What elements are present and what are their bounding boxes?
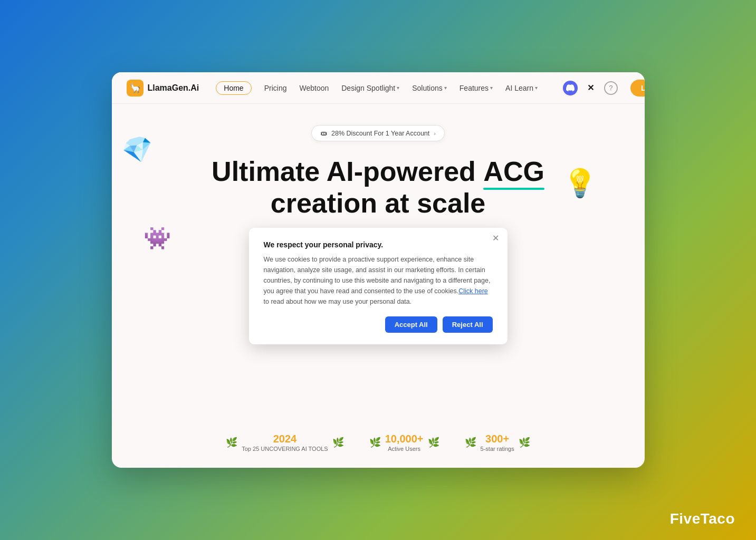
- cookie-body-text: We use cookies to provide a proactive su…: [264, 256, 491, 295]
- nav-ai-learn[interactable]: AI Learn ▾: [505, 84, 538, 92]
- chevron-down-icon: ▾: [397, 85, 399, 91]
- nav-home[interactable]: Home: [216, 81, 251, 95]
- cookie-modal: ✕ We respect your personal privacy. We u…: [249, 228, 508, 344]
- nav-pricing[interactable]: Pricing: [264, 84, 287, 92]
- cookie-actions: Accept All Reject All: [264, 316, 493, 333]
- fivetaco-watermark: FiveTaco: [670, 510, 735, 527]
- accept-all-button[interactable]: Accept All: [385, 316, 437, 333]
- logo-icon: 🦙: [127, 80, 143, 97]
- discord-icon[interactable]: [563, 81, 578, 95]
- nav-design-spotlight[interactable]: Design Spotlight ▾: [341, 84, 399, 92]
- x-twitter-icon[interactable]: ✕: [585, 82, 597, 94]
- cookie-link[interactable]: Click here: [458, 287, 488, 295]
- hero-section: 💎 💡 👾 🎟 28% Discount For 1 Year Account …: [112, 104, 645, 468]
- navbar: 🦙 LlamaGen.Ai Home Pricing Webtoon Desig…: [112, 72, 645, 104]
- logo-text: LlamaGen.Ai: [148, 83, 199, 93]
- nav-icons: ✕ ?: [563, 81, 618, 95]
- cookie-body: We use cookies to provide a proactive su…: [264, 254, 493, 307]
- cookie-close-button[interactable]: ✕: [492, 234, 499, 243]
- reject-all-button[interactable]: Reject All: [443, 316, 493, 333]
- cookie-modal-overlay: ✕ We respect your personal privacy. We u…: [112, 104, 645, 468]
- chat-icon[interactable]: ?: [604, 81, 618, 95]
- chevron-down-icon: ▾: [444, 85, 447, 91]
- main-window: 🦙 LlamaGen.Ai Home Pricing Webtoon Desig…: [112, 72, 645, 468]
- launch-app-button[interactable]: Launch app: [630, 80, 645, 97]
- nav-features[interactable]: Features ▾: [460, 84, 493, 92]
- chevron-down-icon: ▾: [490, 85, 493, 91]
- cookie-title: We respect your personal privacy.: [264, 240, 493, 249]
- chevron-down-icon: ▾: [535, 85, 538, 91]
- nav-webtoon[interactable]: Webtoon: [299, 84, 329, 92]
- logo-area[interactable]: 🦙 LlamaGen.Ai: [127, 80, 199, 97]
- nav-solutions[interactable]: Solutions ▾: [412, 84, 447, 92]
- cookie-link-suffix: to read about how we may use your person…: [264, 298, 412, 305]
